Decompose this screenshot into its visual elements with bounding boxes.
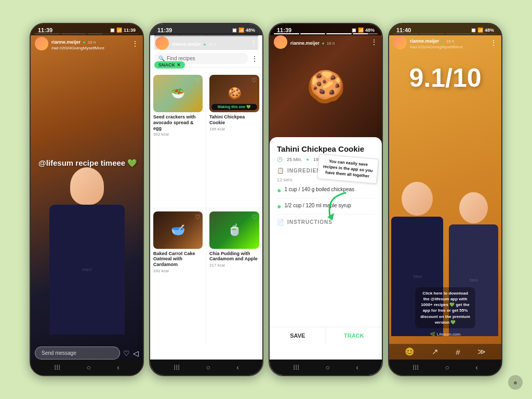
heart-icon-3[interactable]: ♡: [362, 349, 369, 357]
heart-icon-1[interactable]: ♡: [123, 349, 130, 357]
nav-bar-2: ⁞⁞⁞ ○ ‹: [150, 360, 262, 375]
nav-menu-4[interactable]: ⁞⁞⁞: [413, 363, 419, 371]
recipe-name-0: Seed crackers with avocado spread & egg: [153, 114, 203, 131]
tag-1: #ad #2024GivingMyselfMore: [51, 46, 128, 50]
save-button[interactable]: SAVE: [270, 327, 326, 344]
message-input-3[interactable]: Send message: [274, 347, 359, 360]
person-figure-1: YREIT: [48, 167, 126, 344]
recipe-heart-2[interactable]: ♡: [195, 214, 201, 221]
recipe-grid: 🥗 Seed crackers with avocado spread & eg…: [150, 72, 262, 344]
message-input-2[interactable]: Send message: [154, 347, 240, 360]
page-container: 11:39 ▣ 📶 11:39: [0, 0, 532, 399]
username-2: rianne.meijer: [172, 42, 201, 47]
status-bar-1: 11:39 ▣ 📶 11:39: [31, 24, 143, 35]
message-input-1[interactable]: Send message: [35, 347, 120, 360]
phones-row: 11:39 ▣ 📶 11:39: [30, 23, 502, 376]
recipe-kcal-1: 195 kcal: [209, 127, 259, 131]
share-icon-1[interactable]: ◁: [133, 349, 139, 357]
username-1: rianne.meijer: [51, 39, 81, 45]
person-head-left: [402, 182, 433, 216]
phone-2: 11:39 ▣ 📶 48%: [149, 23, 263, 376]
recipe-kcal-0: 302 kcal: [153, 132, 203, 137]
track-button[interactable]: TRACK: [326, 327, 382, 344]
lifesum-credit: 🌿 Lifesum.com: [430, 332, 460, 337]
save-track-bar: SAVE TRACK: [270, 327, 382, 344]
phone-1: 11:39 ▣ 📶 11:39: [30, 23, 144, 376]
recipe-name-2: Baked Carrot Cake Oatmeal with Cardamom: [153, 251, 203, 268]
avatar-3: [274, 35, 287, 49]
nav-back-2[interactable]: ‹: [236, 363, 239, 371]
nav-home-4[interactable]: ○: [445, 363, 449, 371]
hashtag-icon[interactable]: #: [456, 348, 460, 356]
story-progress-3: [274, 33, 378, 34]
bottom-bar-1: Send message ♡ ◁: [35, 347, 139, 360]
snack-filter[interactable]: SNACK ✕: [154, 61, 185, 69]
share-icon-4[interactable]: ↗: [432, 347, 438, 356]
share-icon-2[interactable]: ◁: [252, 349, 258, 357]
status-icons-3: ▣ 📶 48%: [352, 28, 375, 33]
filter-area: SNACK ✕: [154, 61, 185, 69]
nav-back-1[interactable]: ‹: [117, 363, 119, 371]
story-text-1: @lifesum recipe timeee 💚: [38, 157, 137, 168]
status-icons-1: ▣ 📶 11:39: [110, 28, 136, 33]
status-bar-2: 11:39 ▣ 📶 48%: [150, 24, 262, 35]
nav-back-3[interactable]: ‹: [356, 363, 358, 371]
bottom-bar-3: Send message ♡ ◁: [274, 347, 378, 360]
time-3: 11:39: [277, 27, 291, 33]
recipe-heart-1[interactable]: ♡: [251, 77, 257, 84]
phone-4: 11:40 ▣ 📶 48%: [388, 23, 502, 376]
nav-home-1[interactable]: ○: [86, 363, 90, 371]
nav-menu-2[interactable]: ⁞⁞⁞: [174, 363, 180, 371]
nav-menu-3[interactable]: ⁞⁞⁞: [293, 363, 299, 371]
recipe-title: Tahini Chickpea Cookie: [277, 144, 375, 153]
person-head-right: [459, 192, 488, 223]
recipe-card-2[interactable]: 🥣 Baked Carrot Cake Oatmeal with Cardamo…: [150, 208, 206, 344]
remove-filter[interactable]: ✕: [177, 62, 181, 68]
story-header-1: rianne.meijer ● 16 h #ad #2024GivingMyse…: [35, 36, 139, 50]
more-icon-2[interactable]: ⋮: [250, 39, 257, 47]
making-badge: Making this one 💚: [211, 104, 257, 110]
bottom-circle: ●: [508, 375, 523, 390]
nav-menu-1[interactable]: ⁞⁞⁞: [54, 363, 60, 371]
recipe-heart-3[interactable]: ♡: [251, 214, 257, 221]
phone-3: 11:39 ▣ 📶 48%: [269, 23, 383, 376]
recipe-kcal-3: 217 kcal: [209, 263, 259, 268]
heart-icon-2[interactable]: ♡: [243, 349, 249, 357]
avatar-1: [35, 37, 48, 50]
cta-text: Click here to download the @lifesum app …: [416, 287, 475, 328]
status-icons-4: ▣ 📶 48%: [471, 28, 494, 33]
action-bar-4: 😊 ↗ # ≫: [389, 344, 501, 360]
search-icon: 🔍: [158, 56, 165, 61]
nav-bar-4: ⁞⁞⁞ ○ ‹: [389, 360, 501, 375]
recipe-name-3: Chia Pudding with Cardamom and Apple: [209, 251, 259, 262]
forward-icon[interactable]: ≫: [477, 347, 486, 356]
recipe-name-1: Tahini Chickpea Cookie: [209, 114, 259, 126]
recipe-kcal-2: 292 kcal: [153, 269, 203, 273]
recipe-card-0[interactable]: 🥗 Seed crackers with avocado spread & eg…: [150, 72, 206, 208]
share-icon-3[interactable]: ◁: [372, 349, 378, 357]
time-2: 11:39: [157, 27, 172, 33]
annotation-box: You can easily save recipes in the app s…: [317, 154, 379, 183]
avatar-4: [393, 36, 407, 49]
recipe-card-1[interactable]: 🍪 Making this one 💚 Tahini Chickpea Cook…: [206, 72, 262, 208]
status-icons-2: ▣ 📶 48%: [232, 28, 255, 33]
filter-icon[interactable]: ⋮: [251, 55, 258, 63]
story-header-3: rianne.meijer ● 16 h ⋮: [274, 35, 378, 49]
recipe-card-3[interactable]: 🍵 Chia Pudding with Cardamom and Apple 2…: [206, 208, 262, 344]
avatar-2: [155, 36, 169, 50]
more-icon-3[interactable]: ⋮: [370, 38, 378, 46]
time-1: 11:39: [38, 27, 52, 33]
emoji-react-icon[interactable]: 😊: [405, 347, 415, 356]
story-header-4: rianne.meijer ● 16 h #ad #2024GivingMyse…: [393, 35, 497, 49]
rating-score: 9.1/10: [389, 63, 501, 93]
nav-home-2[interactable]: ○: [206, 363, 210, 371]
time-4: 11:40: [396, 27, 411, 33]
recipe-heart-0[interactable]: ♡: [195, 77, 201, 84]
more-icon-1[interactable]: ⋮: [131, 39, 139, 48]
clock-icon: 🕐: [277, 157, 283, 162]
annotation-arrow: [325, 190, 351, 223]
nav-home-3[interactable]: ○: [325, 363, 329, 371]
nav-back-4[interactable]: ‹: [475, 363, 478, 371]
more-icon-4[interactable]: ⋮: [490, 38, 497, 47]
svg-marker-0: [327, 213, 334, 220]
